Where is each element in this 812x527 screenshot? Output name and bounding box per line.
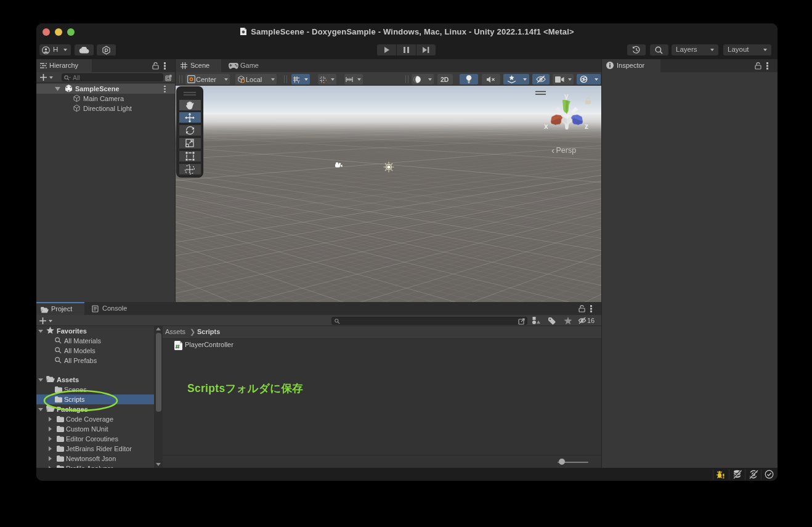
svg-text:x: x [544, 122, 548, 131]
svg-text:y: y [564, 92, 569, 100]
svg-text:Y: Y [297, 79, 300, 83]
svg-text:z: z [585, 122, 588, 131]
